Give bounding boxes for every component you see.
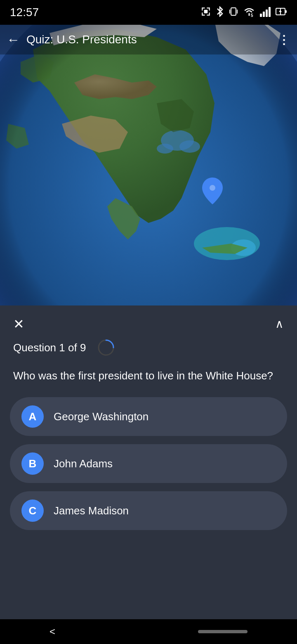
svg-marker-20 bbox=[279, 9, 282, 14]
question-meta: Question 1 of 9 bbox=[0, 337, 297, 365]
status-icons: 5 bbox=[200, 6, 287, 19]
question-number: Question 1 of 9 bbox=[13, 341, 86, 354]
answer-text-c: James Madison bbox=[54, 504, 129, 517]
answer-text-a: George Washington bbox=[54, 410, 148, 423]
quiz-panel: ✕ ∧ Question 1 of 9 Who was the first pr… bbox=[0, 305, 297, 619]
vibrate-icon bbox=[229, 6, 238, 19]
nav-back-button[interactable]: < bbox=[50, 626, 55, 637]
nav-home-pill[interactable] bbox=[198, 630, 248, 633]
battery-icon bbox=[276, 6, 287, 19]
svg-rect-4 bbox=[202, 7, 203, 11]
status-bar: 12:57 bbox=[0, 0, 297, 25]
location-pin bbox=[202, 178, 223, 202]
svg-point-29 bbox=[210, 185, 215, 191]
app-bar: ← Quiz: U.S. Presidents ⋮ bbox=[0, 25, 297, 54]
loading-indicator bbox=[96, 337, 116, 358]
bluetooth-icon bbox=[216, 6, 224, 19]
more-options-button[interactable]: ⋮ bbox=[278, 33, 290, 47]
wifi-icon: 5 bbox=[243, 6, 255, 19]
svg-rect-8 bbox=[204, 9, 208, 13]
answer-letter-c: C bbox=[21, 500, 44, 522]
svg-rect-11 bbox=[237, 9, 238, 14]
svg-rect-9 bbox=[231, 8, 236, 15]
answers-list: A George Washington B John Adams C James… bbox=[0, 397, 297, 530]
signal-icon bbox=[260, 6, 271, 19]
svg-rect-18 bbox=[285, 10, 287, 13]
status-time: 12:57 bbox=[10, 6, 39, 19]
collapse-button[interactable]: ∧ bbox=[275, 317, 284, 331]
back-button[interactable]: ← bbox=[7, 32, 20, 47]
answer-letter-a: A bbox=[21, 405, 44, 428]
answer-option-a[interactable]: A George Washington bbox=[10, 397, 287, 436]
svg-rect-16 bbox=[269, 7, 271, 17]
answer-text-b: John Adams bbox=[54, 457, 113, 470]
map-area: ← Quiz: U.S. Presidents ⋮ bbox=[0, 0, 297, 330]
answer-letter-b: B bbox=[21, 452, 44, 475]
svg-rect-5 bbox=[202, 12, 203, 16]
screenshot-icon bbox=[200, 6, 211, 19]
bottom-nav: < bbox=[0, 619, 297, 644]
svg-rect-14 bbox=[263, 12, 265, 17]
svg-rect-15 bbox=[266, 9, 268, 17]
svg-rect-13 bbox=[260, 14, 262, 17]
svg-text:5: 5 bbox=[251, 13, 253, 17]
answer-option-b[interactable]: B John Adams bbox=[10, 444, 287, 483]
svg-rect-10 bbox=[229, 9, 230, 14]
answer-option-c[interactable]: C James Madison bbox=[10, 491, 287, 530]
app-bar-title: Quiz: U.S. Presidents bbox=[26, 33, 278, 46]
question-text: Who was the first president to live in t… bbox=[0, 365, 297, 397]
close-button[interactable]: ✕ bbox=[13, 317, 24, 331]
svg-rect-6 bbox=[209, 7, 210, 11]
svg-rect-7 bbox=[209, 12, 210, 16]
quiz-panel-header: ✕ ∧ bbox=[0, 305, 297, 337]
